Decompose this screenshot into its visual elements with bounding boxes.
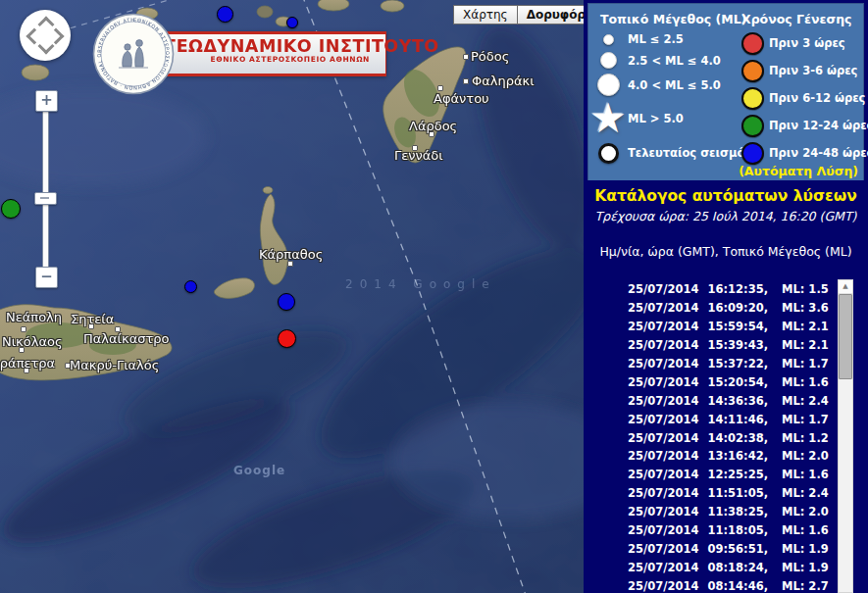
legend-magnitude-row: ML ≤ 2.5: [588, 29, 736, 49]
magnitude-symbol-icon: [588, 74, 628, 96]
time-color-circle-icon: [736, 87, 769, 110]
entry-date: 25/07/2014: [628, 375, 698, 389]
entry-magnitude: ML: 1.6: [782, 523, 829, 537]
map-viewport[interactable]: 2014 Google Google Ρόδος Φαληράκι: [0, 0, 584, 593]
catalog-entry-row: 25/07/2014 14:02:38, ML: 1.2: [584, 428, 839, 447]
zoom-slider-handle[interactable]: [34, 192, 57, 205]
legend-time-title: Χρόνος Γένεσης: [736, 4, 863, 29]
entry-magnitude: ML: 2.0: [782, 449, 829, 463]
right-panel: Τοπικό Μέγεθος (ML) ML ≤ 2.5 2.5 < ML ≤ …: [584, 0, 868, 593]
entry-time: 14:36:36,: [707, 394, 768, 408]
entry-date: 25/07/2014: [628, 338, 698, 352]
magnitude-symbol-icon: [588, 52, 628, 69]
entry-magnitude: ML: 2.4: [782, 394, 829, 408]
entry-magnitude: ML: 2.7: [782, 579, 829, 593]
time-color-circle-icon: [736, 142, 769, 165]
time-color-circle-icon: [736, 32, 769, 55]
entry-date: 25/07/2014: [628, 579, 698, 593]
entry-time: 16:09:20,: [707, 301, 768, 315]
entry-magnitude: ML: 1.7: [782, 413, 829, 426]
legend-time-row: Πριν 3-6 ώρες: [736, 57, 863, 84]
pan-control[interactable]: [20, 10, 71, 61]
catalog-scrollbar[interactable]: [838, 279, 853, 593]
entry-date: 25/07/2014: [628, 523, 698, 537]
legend-label: 4.0 < ML ≤ 5.0: [628, 78, 721, 92]
place-dot: [463, 54, 469, 60]
earthquake-marker[interactable]: [1, 199, 21, 219]
entry-magnitude: ML: 3.6: [782, 301, 829, 315]
place-dot: [21, 326, 26, 332]
entry-magnitude: ML: 1.9: [782, 542, 829, 556]
observatory-seal-logo: ΕΘΝΙΚΟΝ ΑΣΤΕΡΟΣΚΟΠΕΙΟΝ ΑΘΗΝΩΝ · NATIONAL…: [92, 13, 175, 95]
institute-title: ΓΕΩΔΥΝΑΜΙΚΟ ΙΝΣΤΙΤΟΥΤΟ: [165, 36, 383, 56]
earthquake-marker[interactable]: [184, 280, 197, 293]
legend-label: ML > 5.0: [628, 112, 684, 125]
auto-solution-note: (Αυτόματη Λύση): [739, 164, 858, 178]
map-type-switch: Χάρτης Δορυφόρος: [453, 5, 584, 25]
entry-date: 25/07/2014: [628, 413, 698, 426]
magnitude-symbol-icon: [588, 143, 628, 164]
zoom-out-button[interactable]: −: [35, 267, 58, 288]
catalog-entry-row: 25/07/2014 09:56:51, ML: 1.9: [584, 539, 839, 558]
legend-time-column: Χρόνος Γένεσης Πριν 3 ώρες Πριν 3-6 ώρες: [736, 4, 863, 180]
scrollbar-thumb[interactable]: [839, 294, 852, 379]
map-type-button[interactable]: Δορυφόρος: [518, 5, 584, 25]
entry-magnitude: ML: 2.1: [782, 320, 829, 333]
zoom-in-button[interactable]: +: [35, 90, 58, 112]
time-color-circle-icon: [736, 60, 769, 82]
earthquake-marker[interactable]: [278, 293, 295, 311]
catalog-entry-row: 25/07/2014 15:20:54, ML: 1.6: [584, 372, 839, 391]
scroll-up-arrow-icon[interactable]: [839, 280, 852, 294]
catalog-entry-row: 25/07/2014 15:59:54, ML: 2.1: [584, 318, 839, 336]
entry-magnitude: ML: 1.6: [782, 375, 829, 389]
earthquake-marker[interactable]: [278, 329, 296, 348]
entry-date: 25/07/2014: [628, 282, 698, 296]
legend-time-row: Πριν 24-48 ώρες: [736, 139, 863, 167]
place-label: Γεννάδι: [394, 148, 443, 163]
entry-time: 11:51:05,: [707, 486, 768, 500]
catalog-entry-row: 25/07/2014 11:51:05, ML: 2.4: [584, 484, 839, 503]
entry-date: 25/07/2014: [628, 505, 698, 519]
zoom-slider-track[interactable]: [42, 110, 49, 269]
legend-label: Πριν 3-6 ώρες: [769, 64, 857, 77]
catalog-entry-row: 25/07/2014 11:38:25, ML: 2.0: [584, 503, 839, 521]
current-time: Τρέχουσα ώρα: 25 Ιούλ 2014, 16:20 (GMT): [584, 209, 868, 223]
place-dot: [463, 78, 469, 84]
entry-time: 11:38:25,: [707, 505, 768, 519]
entry-magnitude: ML: 1.2: [782, 431, 829, 445]
entry-magnitude: ML: 1.5: [782, 282, 829, 296]
entry-magnitude: ML: 2.1: [782, 338, 829, 352]
catalog-entry-row: 25/07/2014 15:37:22, ML: 1.7: [584, 355, 839, 373]
entry-date: 25/07/2014: [628, 431, 698, 445]
entry-magnitude: ML: 1.9: [782, 561, 829, 574]
catalog-entry-row: 25/07/2014 14:36:36, ML: 2.4: [584, 391, 839, 410]
legend-label: 2.5 < ML ≤ 4.0: [628, 54, 721, 68]
catalog-entry-row: 25/07/2014 13:16:42, ML: 2.0: [584, 447, 839, 466]
entry-date: 25/07/2014: [628, 486, 698, 500]
entry-date: 25/07/2014: [628, 542, 698, 556]
entry-time: 15:37:22,: [707, 357, 768, 371]
catalog-title: Κατάλογος αυτόματων λύσεων: [584, 187, 868, 205]
catalog-entry-row: 25/07/2014 11:18:05, ML: 1.6: [584, 521, 839, 540]
legend-magnitude-row: Τελευταίος σεισμός: [588, 138, 736, 168]
legend-label: Πριν 6-12 ώρες: [769, 91, 865, 105]
place-label: Ρόδος: [471, 49, 509, 64]
map-type-button[interactable]: Χάρτης: [453, 5, 518, 25]
earthquake-marker[interactable]: [217, 6, 233, 23]
earthquake-marker[interactable]: [286, 17, 298, 28]
entry-time: 14:02:38,: [707, 431, 768, 445]
legend-magnitude-title: Τοπικό Μέγεθος (ML): [588, 4, 736, 29]
legend-label: Πριν 12-24 ώρες: [769, 119, 868, 132]
entry-magnitude: ML: 1.7: [782, 357, 829, 371]
catalog-entry-row: 25/07/2014 16:09:20, ML: 3.6: [584, 299, 839, 318]
entry-time: 15:39:43,: [707, 338, 768, 352]
map-watermark: Google: [233, 464, 285, 477]
catalog-entry-row: 25/07/2014 14:11:46, ML: 1.7: [584, 410, 839, 428]
entry-time: 09:56:51,: [707, 542, 768, 556]
legend-time-row: Πριν 12-24 ώρες: [736, 112, 863, 139]
entry-date: 25/07/2014: [628, 561, 698, 574]
place-label: Σητεία: [71, 312, 114, 326]
place-label: Νικόλαος: [2, 334, 63, 349]
legend-time-rows: Πριν 3 ώρες Πριν 3-6 ώρες Πριν 6-12 ώρες: [736, 29, 863, 167]
legend-magnitude-row: 2.5 < ML ≤ 4.0: [588, 49, 736, 72]
